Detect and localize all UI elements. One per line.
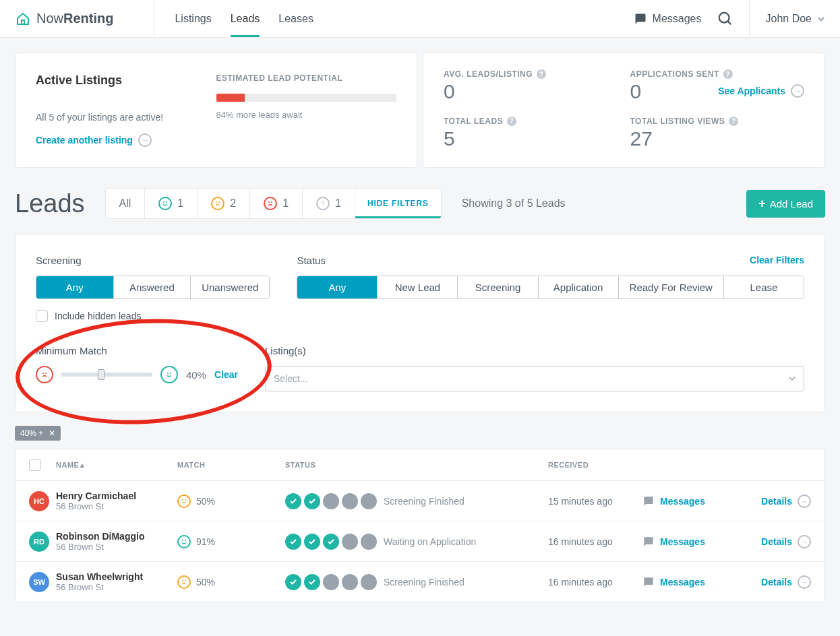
arrow-circle-icon: → [798, 535, 811, 548]
apps-sent-value: 0 [630, 80, 642, 103]
status-dot [342, 574, 358, 590]
happy-face-icon [160, 366, 178, 383]
min-match-slider[interactable] [61, 373, 152, 377]
table-row: SW Susan Wheelwright56 Brown St 50% Scre… [16, 562, 824, 602]
chevron-down-icon [817, 15, 825, 23]
screening-any[interactable]: Any [36, 276, 114, 298]
include-hidden-checkbox[interactable] [36, 310, 48, 322]
lead-address: 56 Brown St [56, 501, 177, 511]
add-lead-button[interactable]: +Add Lead [746, 190, 825, 218]
status-dot [323, 493, 339, 509]
svg-text:?: ? [322, 200, 325, 207]
remove-chip-icon[interactable]: ✕ [49, 428, 55, 438]
chat-icon [642, 536, 655, 547]
match-value: 50% [196, 496, 215, 507]
th-received[interactable]: RECEIVED [548, 461, 642, 469]
create-listing-link[interactable]: Create another listing [36, 133, 152, 147]
filters-panel: Clear Filters Screening Any Answered Una… [15, 234, 825, 412]
messages-link[interactable]: Messages [642, 536, 730, 547]
arrow-circle-icon [791, 84, 804, 98]
svg-point-3 [218, 201, 220, 203]
see-applicants-link[interactable]: See Applicants [718, 84, 804, 98]
status-dot [285, 534, 301, 550]
stats-card: AVG. LEADS/LISTING? 0 APPLICATIONS SENT?… [423, 53, 825, 168]
happy-face-icon [177, 535, 191, 548]
select-all-checkbox[interactable] [29, 459, 41, 471]
svg-point-1 [166, 201, 167, 203]
svg-point-0 [163, 201, 164, 203]
messages-link[interactable]: Messages [642, 577, 730, 587]
svg-point-5 [271, 201, 272, 203]
status-dot [361, 574, 377, 590]
status-label: Status [297, 255, 804, 266]
logo[interactable]: NowRenting [15, 11, 113, 27]
help-icon[interactable]: ? [507, 117, 516, 126]
tab-happy[interactable]: 1 [145, 189, 198, 218]
hide-filters-tab[interactable]: HIDE FILTERS [355, 189, 441, 218]
search-icon[interactable] [718, 11, 733, 26]
nav-listings[interactable]: Listings [175, 0, 211, 37]
brand-b: Renting [63, 11, 113, 26]
details-link[interactable]: Details→ [730, 495, 811, 508]
nav-leases[interactable]: Leases [278, 0, 313, 37]
details-link[interactable]: Details→ [730, 535, 811, 548]
svg-point-13 [182, 540, 183, 541]
status-any[interactable]: Any [297, 276, 378, 298]
received-text: 15 minutes ago [548, 496, 642, 507]
chat-icon [642, 577, 655, 587]
avatar: HC [29, 491, 49, 511]
status-dot [342, 534, 358, 550]
svg-point-10 [170, 373, 171, 374]
apps-sent-label: APPLICATIONS SENT? [630, 69, 805, 79]
status-dot [361, 534, 377, 550]
status-lease[interactable]: Lease [724, 276, 804, 298]
status-application[interactable]: Application [539, 276, 619, 298]
include-hidden-label: Include hidden leads [55, 311, 141, 321]
screening-unanswered[interactable]: Unanswered [191, 276, 269, 298]
tab-all[interactable]: All [106, 189, 146, 218]
clear-filters-link[interactable]: Clear Filters [750, 255, 804, 265]
slider-thumb[interactable] [98, 369, 104, 380]
status-ready[interactable]: Ready For Review [619, 276, 724, 298]
help-icon[interactable]: ? [537, 69, 546, 79]
status-segment: Any New Lead Screening Application Ready… [297, 276, 804, 299]
happy-face-icon [158, 197, 172, 210]
status-screening[interactable]: Screening [458, 276, 538, 298]
clear-min-match[interactable]: Clear [214, 369, 238, 380]
total-views-label: TOTAL LISTING VIEWS? [630, 117, 805, 126]
th-status[interactable]: STATUS [285, 461, 548, 469]
th-name[interactable]: NAME▴ [56, 461, 177, 470]
potential-progress [216, 94, 397, 102]
received-text: 16 minutes ago [548, 536, 642, 547]
svg-point-2 [216, 201, 217, 203]
help-icon[interactable]: ? [723, 69, 733, 79]
screening-segment: Any Answered Unanswered [36, 276, 270, 299]
tab-sad[interactable]: 1 [250, 189, 303, 218]
lead-name: Robinson DiMaggio [56, 531, 177, 542]
svg-point-11 [182, 499, 183, 501]
svg-point-14 [185, 540, 186, 541]
messages-link[interactable]: Messages [634, 13, 702, 25]
tab-neutral[interactable]: 2 [198, 189, 250, 218]
nav-leads[interactable]: Leads [231, 0, 260, 37]
help-icon[interactable]: ? [729, 117, 738, 126]
lead-tabs: All 1 2 1 ?1 HIDE FILTERS [105, 188, 442, 219]
received-text: 16 minutes ago [548, 577, 642, 587]
arrow-circle-icon: → [798, 495, 811, 508]
page-title: Leads [15, 189, 85, 218]
tab-unknown[interactable]: ?1 [303, 189, 355, 218]
screening-answered[interactable]: Answered [114, 276, 191, 298]
table-row: RD Robinson DiMaggio56 Brown St 91% Wait… [16, 521, 824, 562]
listings-select[interactable]: Select... [265, 366, 804, 391]
lead-address: 56 Brown St [56, 542, 177, 552]
details-link[interactable]: Details→ [730, 575, 811, 589]
th-match[interactable]: MATCH [177, 461, 285, 469]
status-new[interactable]: New Lead [378, 276, 458, 298]
user-menu[interactable]: John Doe [749, 0, 826, 38]
total-leads-value: 5 [444, 127, 618, 150]
svg-point-16 [185, 580, 186, 581]
main-nav: Listings Leads Leases [154, 0, 313, 37]
status-dot [323, 574, 339, 590]
arrow-circle-icon [138, 133, 152, 147]
messages-link[interactable]: Messages [642, 496, 730, 507]
